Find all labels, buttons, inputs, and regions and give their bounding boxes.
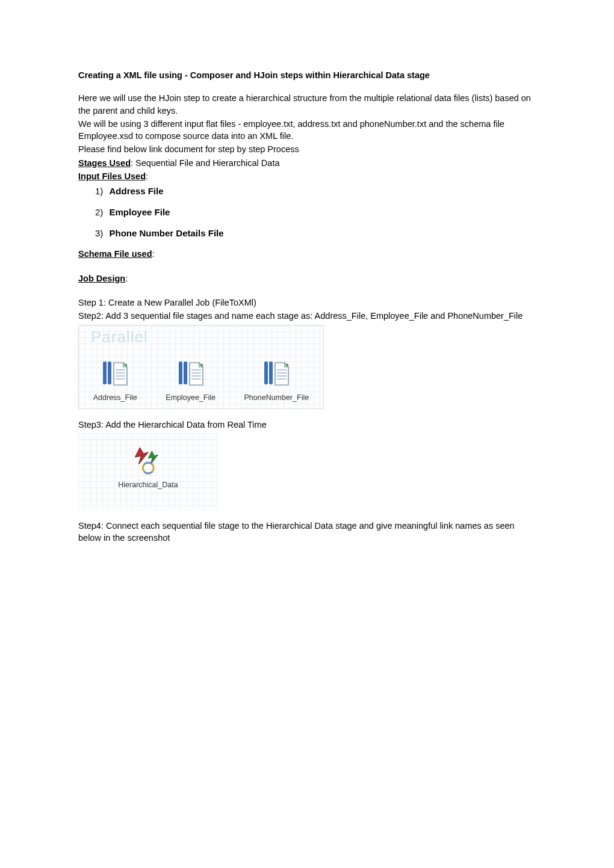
list-item-label: Phone Number Details File — [110, 228, 224, 238]
stages-used-line: Stages Used: Sequential File and Hierarc… — [78, 157, 536, 169]
stages-used-label: Stages Used — [78, 158, 131, 168]
list-item-number: 2) — [95, 207, 103, 217]
step-2: Step2: Add 3 sequential file stages and … — [78, 310, 536, 322]
stage-label: Address_File — [93, 393, 137, 404]
list-item-label: Employee File — [110, 207, 170, 217]
svg-rect-7 — [179, 362, 182, 384]
svg-rect-1 — [108, 362, 111, 384]
job-design-colon: : — [125, 274, 128, 283]
sequential-file-stage: PhoneNumber_File — [244, 359, 309, 404]
list-item-number: 3) — [95, 228, 103, 238]
stages-used-value: : Sequential File and Hierarchical Data — [131, 158, 279, 168]
svg-point-6 — [125, 364, 127, 366]
stage-row: Address_File Employee_File — [79, 359, 323, 404]
hierarchical-data-stage: Hierarchical_Data — [118, 444, 178, 491]
sequential-file-stage: Employee_File — [166, 359, 216, 404]
document-title: Creating a XML file using - Composer and… — [78, 69, 536, 81]
svg-rect-8 — [184, 362, 187, 384]
schema-file-colon: : — [152, 249, 155, 259]
schema-file-heading: Schema File used: — [78, 248, 536, 260]
input-files-line: Input Files Used: — [78, 170, 536, 182]
svg-point-20 — [286, 364, 288, 366]
list-item: 1) Address File — [95, 185, 536, 197]
list-item-label: Address File — [110, 186, 164, 196]
intro-paragraph-3: Please find below link document for step… — [78, 143, 536, 155]
list-item: 2) Employee File — [95, 206, 536, 218]
figure-parallel-canvas: Parallel Address_File — [78, 325, 324, 409]
input-files-label: Input Files Used — [78, 171, 146, 181]
schema-file-heading-text: Schema File used — [78, 249, 152, 259]
intro-paragraph-2: We will be using 3 different input flat … — [78, 118, 536, 143]
step-1: Step 1: Create a New Parallel Job (FileT… — [78, 297, 536, 309]
hierarchical-data-icon — [132, 444, 164, 478]
parallel-watermark: Parallel — [91, 326, 148, 348]
job-design-heading-text: Job Design — [78, 274, 125, 283]
sequential-file-icon — [263, 359, 290, 391]
input-files-list: 1) Address File 2) Employee File 3) Phon… — [78, 185, 536, 239]
step-3: Step3: Add the Hierarchical Data from Re… — [78, 419, 536, 431]
input-files-colon: : — [146, 171, 148, 181]
job-design-heading: Job Design: — [78, 272, 536, 285]
svg-rect-0 — [103, 362, 107, 384]
svg-rect-15 — [269, 362, 273, 384]
list-item-number: 1) — [95, 186, 103, 196]
figure-hierarchical-stage: Hierarchical_Data — [78, 433, 218, 510]
stage-label: Employee_File — [166, 393, 216, 404]
sequential-file-icon — [102, 359, 128, 391]
step-4: Step4: Connect each sequential file stag… — [78, 520, 536, 544]
stage-label: Hierarchical_Data — [118, 480, 178, 491]
sequential-file-stage: Address_File — [93, 359, 137, 404]
stage-label: PhoneNumber_File — [244, 393, 309, 404]
svg-point-13 — [200, 364, 202, 366]
svg-rect-14 — [264, 362, 268, 384]
sequential-file-icon — [178, 359, 204, 391]
intro-paragraph-1: Here we will use the HJoin step to creat… — [78, 92, 536, 117]
list-item: 3) Phone Number Details File — [95, 227, 536, 239]
